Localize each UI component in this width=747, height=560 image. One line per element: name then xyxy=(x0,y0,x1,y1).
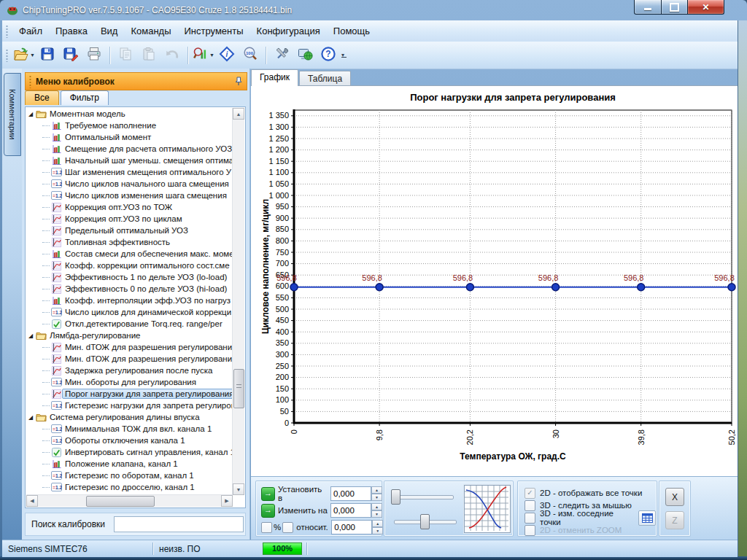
scroll-up-icon[interactable]: ▲ xyxy=(233,108,244,120)
tab-график[interactable]: График xyxy=(251,69,298,86)
tree-item[interactable]: Инвертировать сигнал управления, канал 1 xyxy=(26,446,233,458)
menu-item-3[interactable]: Команды xyxy=(124,26,177,36)
pin-icon[interactable] xyxy=(232,75,245,88)
tree-item[interactable]: =1.2Минимальная ТОЖ для вкл. канала 1 xyxy=(26,423,233,435)
tree-folder-0[interactable]: ◢Моментная модель xyxy=(26,108,233,120)
svg-text:1.2: 1.2 xyxy=(55,193,62,198)
chart-view-button[interactable]: ▼ xyxy=(193,45,214,66)
help-button[interactable]: ? xyxy=(317,45,339,66)
set-to-input[interactable] xyxy=(330,486,371,501)
percent-checkbox[interactable] xyxy=(261,522,272,533)
open-file-button[interactable]: ▼ xyxy=(13,45,35,66)
menu-item-0[interactable]: Файл xyxy=(12,26,49,36)
relative-up-icon[interactable]: ▲ xyxy=(372,520,383,527)
tree-item[interactable]: =1.2Гистерезис нагрузки для запрета регу… xyxy=(26,400,233,411)
tree-item[interactable]: Откл.детектирование Torq.req. range/per xyxy=(26,318,233,330)
tree-item[interactable]: Эффективность 1 по дельте УОЗ (lo-load) xyxy=(26,271,233,283)
panel-tab-все[interactable]: Все xyxy=(25,90,59,105)
tree-item[interactable]: Задержка регулирования после пуска xyxy=(26,365,233,376)
grid-table-icon[interactable] xyxy=(638,510,656,526)
relative-down-icon[interactable]: ▼ xyxy=(372,527,383,534)
set-to-up-icon[interactable]: ▲ xyxy=(371,486,382,494)
set-to-down-icon[interactable]: ▼ xyxy=(371,494,382,501)
tree-item[interactable]: =1.2Гистерезис по оборотам, канал 1 xyxy=(26,470,233,481)
tab-таблица[interactable]: Таблица xyxy=(299,71,351,86)
x-slider[interactable] xyxy=(391,489,454,503)
network-button[interactable] xyxy=(294,45,316,66)
apply-set-button[interactable]: → xyxy=(261,487,275,501)
tree-item-selected[interactable]: Порог нагрузки для запрета регулирования xyxy=(26,388,233,400)
change-by-input[interactable] xyxy=(330,503,371,518)
tree-folder-2[interactable]: ◢Система регулирования длины впуска xyxy=(26,411,233,423)
tree-item[interactable]: Коррекция опт.УОЗ по циклам xyxy=(26,213,233,225)
change-by-down-icon[interactable]: ▼ xyxy=(371,510,382,518)
tree-item[interactable]: Смещение для расчета оптимального УОЗ xyxy=(26,143,233,155)
curve-preview-icon[interactable] xyxy=(464,485,511,533)
close-button[interactable]: ✕ xyxy=(688,0,724,15)
tree-item[interactable]: Топливная эффективность xyxy=(26,236,233,248)
toolbar-overflow-icon[interactable]: ▾ xyxy=(341,53,347,58)
tree-item[interactable]: Оптимальный момент xyxy=(26,131,233,143)
tree-item[interactable]: Положение клапана, канал 1 xyxy=(26,458,233,470)
tree-item[interactable]: Коррекция опт.УОЗ по ТОЖ xyxy=(26,201,233,213)
tree-item[interactable]: Требуемое наполнение xyxy=(26,120,233,131)
tools-button[interactable] xyxy=(271,45,293,66)
tree-item[interactable]: =1.2Число циклов начального шага смещени… xyxy=(26,178,233,190)
tree-vertical-scrollbar[interactable]: ▲ ▼ xyxy=(232,108,244,495)
tree-item[interactable]: Коэфф. коррекции оптимального сост.сме xyxy=(26,260,233,271)
menu-item-4[interactable]: Инструменты xyxy=(178,26,250,36)
change-by-up-icon[interactable]: ▲ xyxy=(371,503,382,510)
option-checkbox-2[interactable] xyxy=(525,513,535,524)
relative-checkbox[interactable] xyxy=(282,522,293,533)
save-button[interactable] xyxy=(36,45,58,66)
tree-item[interactable]: =1.2Число циклов для динамической коррек… xyxy=(26,306,233,318)
menu-item-6[interactable]: Помощь xyxy=(327,26,376,36)
chart-plot[interactable]: 0501001502002503003504004505005506006507… xyxy=(255,90,737,472)
expander-icon[interactable]: ◢ xyxy=(26,414,35,421)
scroll-down-icon[interactable]: ▼ xyxy=(233,483,244,495)
relative-input[interactable] xyxy=(331,520,372,534)
menu-item-2[interactable]: Вид xyxy=(94,26,125,36)
maximize-button[interactable] xyxy=(662,0,688,15)
minimize-button[interactable] xyxy=(634,0,662,15)
apply-change-button[interactable]: → xyxy=(261,504,275,518)
tab-comments[interactable]: Комментарии xyxy=(4,73,21,156)
expander-icon[interactable]: ◢ xyxy=(26,332,35,339)
tree-item[interactable]: Начальный шаг уменьш. смещения оптима xyxy=(26,155,233,166)
tree-item[interactable]: =1.2Гистерезис по дросселю, канал 1 xyxy=(26,481,233,493)
tree-horizontal-scrollbar[interactable]: ◀ ▶ xyxy=(26,494,233,507)
tree-item[interactable]: Эффективность 0 по дельте УОЗ (hi-load) xyxy=(26,283,233,295)
tree-item[interactable]: =1.2Мин. обороты для регулирования xyxy=(26,376,233,388)
zoom-100-button[interactable]: 100 xyxy=(239,45,261,66)
expander-icon[interactable]: ◢ xyxy=(26,111,35,117)
print-button[interactable] xyxy=(83,45,105,66)
option-checkbox-1[interactable] xyxy=(525,500,535,511)
tree-folder-1[interactable]: ◢Лямбда-регулирование xyxy=(26,330,233,341)
vertical-scroll-thumb[interactable] xyxy=(233,369,244,408)
axis-button-x[interactable]: X xyxy=(665,488,684,506)
menu-item-5[interactable]: Конфигурация xyxy=(250,26,327,36)
menu-item-1[interactable]: Правка xyxy=(49,26,94,36)
info-button[interactable]: i xyxy=(216,45,238,66)
scroll-left-icon[interactable]: ◀ xyxy=(26,495,38,507)
z-slider-thumb[interactable] xyxy=(420,514,430,529)
horizontal-scroll-thumb[interactable] xyxy=(86,496,155,507)
num-icon: =1.2 xyxy=(50,191,62,200)
tree-item[interactable]: =1.2Шаг изменения смещения оптимального … xyxy=(26,166,233,178)
panel-tab-фильтр[interactable]: Фильтр xyxy=(61,90,109,105)
panel-tabs: ВсеФильтр xyxy=(25,90,110,106)
tree-item[interactable]: =1.2Обороты отключения канала 1 xyxy=(26,435,233,446)
z-slider[interactable] xyxy=(394,514,457,528)
save-as-button[interactable] xyxy=(60,45,82,66)
tree-item[interactable]: Мин. dТОЖ для разрешения регулирования, … xyxy=(26,341,233,353)
tree-item[interactable]: Коэфф. интерполяции эфф.УОЗ по нагруз xyxy=(26,295,233,306)
scroll-right-icon[interactable]: ▶ xyxy=(221,495,233,507)
tree-item[interactable]: Мин. dТОЖ для разрешения регулирования xyxy=(26,353,233,365)
search-input[interactable] xyxy=(114,516,244,532)
minimize-icon xyxy=(644,8,651,10)
svg-text:30: 30 xyxy=(551,429,560,438)
tree-item[interactable]: =1.2Число циклов изменения шага смещения xyxy=(26,190,233,201)
tree-item[interactable]: Состав смеси для обеспечения макс. моме xyxy=(26,248,233,260)
x-slider-thumb[interactable] xyxy=(391,489,400,505)
tree-item[interactable]: Предельный оптимальный УОЗ xyxy=(26,225,233,236)
